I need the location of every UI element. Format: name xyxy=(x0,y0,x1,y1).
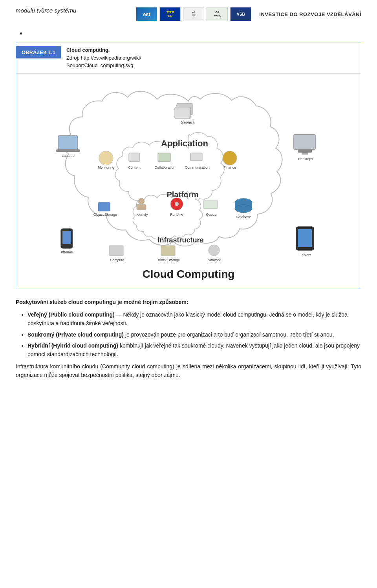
bullet-dot: • xyxy=(20,29,22,38)
monitoring-label: Monitoring xyxy=(98,166,114,169)
public-bold: Veřejný (Public cloud computing) xyxy=(27,311,115,318)
svg-rect-5 xyxy=(190,153,202,161)
database-label: Database xyxy=(236,215,251,219)
header-right: esf ★★★EU MŠMT OPkonk. VŠB INVESTICE DO … xyxy=(136,7,361,21)
figure-caption: Cloud computing. Zdroj: http://cs.wikipe… xyxy=(66,46,141,69)
collaboration-label: Collaboration xyxy=(154,166,175,169)
svg-rect-24 xyxy=(298,149,312,153)
desktops-label: Desktops xyxy=(298,157,313,161)
svg-rect-22 xyxy=(62,231,71,244)
identity-label: Identity xyxy=(136,213,148,217)
application-label: Application xyxy=(161,138,208,148)
svg-rect-25 xyxy=(302,153,308,155)
bullet-section: • xyxy=(16,29,361,38)
figure-header: OBRÁZEK 1.1 Cloud computing. Zdroj: http… xyxy=(16,42,361,73)
infrastructure-label: Infrastructure xyxy=(157,236,203,244)
svg-rect-4 xyxy=(158,153,170,162)
figure-box: OBRÁZEK 1.1 Cloud computing. Zdroj: http… xyxy=(16,42,361,288)
svg-point-18 xyxy=(209,245,220,256)
header-logos: esf ★★★EU MŠMT OPkonk. VŠB xyxy=(136,7,251,21)
svg-rect-16 xyxy=(109,246,123,256)
svg-rect-9 xyxy=(137,204,146,210)
compute-label: Compute xyxy=(110,258,124,262)
eu-logo: ★★★EU xyxy=(159,7,181,21)
svg-rect-3 xyxy=(129,153,140,162)
runtime-label: Runtime xyxy=(170,213,183,217)
header: modulu tvůrce systému esf ★★★EU MŠMT OPk… xyxy=(16,7,361,21)
section-heading: Poskytování služeb cloud computingu je m… xyxy=(16,298,361,306)
phones-label: Phones xyxy=(61,250,73,254)
figure-caption-line2: Zdroj: http://cs.wikipedia.org/wiki/ xyxy=(66,54,141,62)
hybrid-bold: Hybridní (Hybrid cloud computing) xyxy=(27,342,118,349)
communication-label: Communication xyxy=(185,166,210,169)
section-heading-bold: Poskytování služeb cloud computingu je m… xyxy=(16,299,188,305)
list-item-public: Veřejný (Public cloud computing) — Někdy… xyxy=(27,310,361,328)
servers-label: Servers xyxy=(181,120,194,125)
list-item-hybrid: Hybridní (Hybrid cloud computing) kombin… xyxy=(27,341,361,359)
cloud-diagram: Application Platform Infrastructure Serv… xyxy=(16,73,361,288)
private-bold: Soukromý (Private cloud computing) xyxy=(27,331,124,338)
block-storage-label: Block Storage xyxy=(158,258,180,262)
list-item-private: Soukromý (Private cloud computing) je pr… xyxy=(27,330,361,339)
finance-label: Finance xyxy=(223,166,236,169)
cloud-computing-title: Cloud Computing xyxy=(143,268,235,280)
figure-caption-line1: Cloud computing. xyxy=(66,46,141,54)
msmt-logo: MŠMT xyxy=(183,7,204,21)
final-para: Infrastruktura komunitního cloudu (Commu… xyxy=(16,362,361,380)
svg-rect-17 xyxy=(161,246,175,256)
svg-point-6 xyxy=(223,151,237,165)
bullet-list: Veřejný (Public cloud computing) — Někdy… xyxy=(27,310,361,359)
svg-rect-19 xyxy=(58,136,78,149)
invest-text: INVESTICE DO ROZVOJE VZDĚLÁVÁNÍ xyxy=(259,11,361,17)
figure-caption-line3: Soubor:Cloud_computing.svg xyxy=(66,62,141,69)
laptops-label: Laptops xyxy=(62,154,75,158)
platform-label: Platform xyxy=(167,190,198,199)
svg-rect-12 xyxy=(203,200,218,209)
svg-rect-7 xyxy=(98,202,110,211)
vsb-logo: VŠB xyxy=(230,7,251,21)
svg-point-8 xyxy=(138,198,145,204)
svg-point-2 xyxy=(99,151,113,165)
text-section: Poskytování služeb cloud computingu je m… xyxy=(16,298,361,380)
header-left-text: modulu tvůrce systému xyxy=(16,7,76,14)
svg-rect-23 xyxy=(294,135,315,149)
svg-point-11 xyxy=(175,202,179,206)
svg-rect-1 xyxy=(175,107,190,119)
page-wrapper: modulu tvůrce systému esf ★★★EU MŠMT OPk… xyxy=(0,0,377,398)
tablets-label: Tablets xyxy=(300,253,311,257)
svg-rect-20 xyxy=(56,149,80,152)
network-label: Network xyxy=(207,258,221,262)
svg-rect-27 xyxy=(298,229,312,247)
cloud-svg: Application Platform Infrastructure Serv… xyxy=(51,78,326,282)
content-label: Content xyxy=(128,166,141,169)
esf-logo: esf xyxy=(136,7,157,21)
svg-point-15 xyxy=(235,205,252,213)
private-text: je provozován pouze pro organizaci a to … xyxy=(124,331,334,338)
queue-label: Queue xyxy=(206,213,216,217)
op-logo: OPkonk. xyxy=(207,7,228,21)
figure-label: OBRÁZEK 1.1 xyxy=(16,46,61,58)
object-storage-label: Object Storage xyxy=(93,213,117,217)
